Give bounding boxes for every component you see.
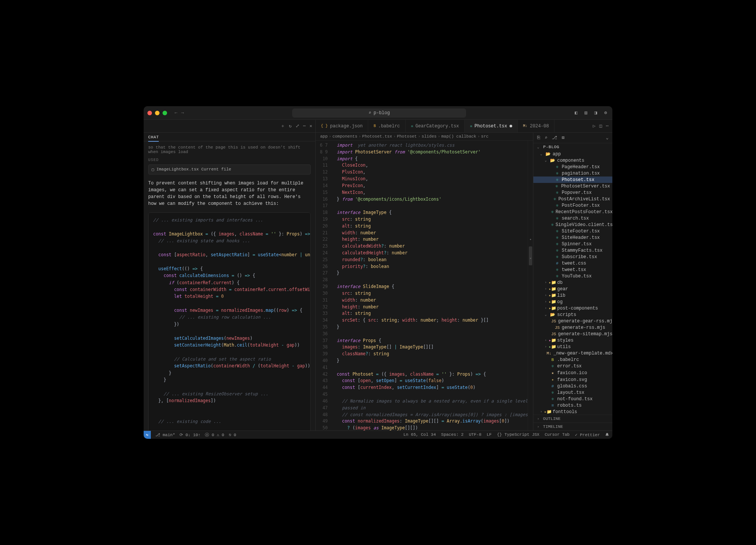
more-icon[interactable]: ⋯ [303,123,306,129]
source-control-icon[interactable]: ⎇ [552,135,557,141]
tree-item-db[interactable]: ›▸📁db [533,279,612,286]
nav-back-icon[interactable]: ← [175,110,177,116]
tab-2024-08[interactable]: M↓2024-08 [518,120,555,132]
tree-item-sitefooter-tsx[interactable]: ⚛SiteFooter.tsx [533,228,612,234]
prettier[interactable]: ✓ Prettier [575,432,600,437]
expand-icon[interactable]: ⤢ [296,123,299,129]
tree-item-error-tsx[interactable]: ⚛error.tsx [533,363,612,369]
tree-item-favicon-ico[interactable]: ★favicon.ico [533,369,612,376]
file-icon: ⚛ [555,242,560,246]
tree-item-postarchivelist-tsx[interactable]: ⚛PostArchiveList.tsx [533,196,612,202]
tab-package-json[interactable]: { }package.json [316,120,368,132]
nav-forward-icon[interactable]: → [181,110,184,116]
bell-icon[interactable]: 🔔︎ [605,432,609,437]
tree-item-search-tsx[interactable]: ⚛search.tsx [533,215,612,221]
tree-item-generate-sitemap-mjs[interactable]: JSgenerate-sitemap.mjs [533,331,612,337]
tree-item-app[interactable]: ⌄📂app [533,151,612,157]
tree-item-styles[interactable]: ›▸📁styles [533,337,612,344]
close-window[interactable] [147,111,152,115]
tree-item-generate-rss-mjs[interactable]: JSgenerate-rss.mjs [533,324,612,331]
new-chat-icon[interactable]: ＋ [280,123,285,129]
eol[interactable]: LF [487,432,492,437]
tree-item-generate-gear-rss-mjs[interactable]: JSgenerate-gear-rss.mjs [533,318,612,324]
minimap[interactable] [528,141,533,430]
tab--babelrc[interactable]: B.babelrc [368,120,406,132]
breadcrumb-segment[interactable]: app [320,134,328,139]
tree-item-stammyfacts-tsx[interactable]: ⚛StammyFacts.tsx [533,247,612,254]
more-editor-icon[interactable]: ⋯ [606,123,609,129]
tree-item-post-components[interactable]: ›▸📁post-components [533,305,612,311]
git-sync[interactable]: ⟳ 0↓ 10↑ [180,432,200,437]
command-center[interactable]: ⌕ p-blog [292,108,466,118]
tree-item-popover-tsx[interactable]: ⚛Popover.tsx [533,189,612,196]
tree-item-components[interactable]: ⌄📂components [533,157,612,164]
tab-photoset-tsx[interactable]: ⚛Photoset.tsx [465,120,517,132]
tree-item--babelrc[interactable]: B.babelrc [533,356,612,363]
encoding[interactable]: UTF-8 [469,432,481,437]
search-icon[interactable]: ⌕ [545,135,547,141]
tree-item-pageheader-tsx[interactable]: ⚛PageHeader.tsx [533,164,612,170]
tab-gearcategory-tsx[interactable]: ⚛GearCategory.tsx [406,120,465,132]
panel-bottom-icon[interactable]: ▤ [583,110,589,116]
breadcrumb-segment[interactable]: Photoset [397,134,417,139]
tree-item-globals-css[interactable]: #globals.css [533,383,612,389]
explorer-root[interactable]: ⌄ P-BLOG [533,143,612,151]
breadcrumb-segment[interactable]: slides [421,134,437,139]
breadcrumb-segment[interactable]: components [332,134,357,139]
tree-item-siteheader-tsx[interactable]: ⚛SiteHeader.tsx [533,234,612,241]
chevron-down-icon[interactable]: ⌄ [606,135,609,141]
tree-item-spinner-tsx[interactable]: ⚛Spinner.tsx [533,241,612,247]
tree-item-utils[interactable]: ›▸📁utils [533,344,612,350]
code-area[interactable]: 6 7 8 9 10 11 12 13 14 15 16 17 18 19 20… [316,141,533,430]
minimize-window[interactable] [155,111,160,115]
tree-item-recentpostsfooter-tsx[interactable]: ⚛RecentPostsFooter.tsx [533,209,612,215]
gear-icon[interactable]: ⚙ [603,110,609,116]
tree-item-gear[interactable]: ›▸📁gear [533,286,612,292]
cursor-tab[interactable]: Cursor Tab [545,432,570,437]
cursor-position[interactable]: Ln 65, Col 34 [403,432,436,437]
tree-item-youtube-tsx[interactable]: ⚛YouTube.tsx [533,273,612,279]
problems[interactable]: ⓧ 0 ⚠ 0 [205,432,224,438]
new-file-icon[interactable]: ⎘ [537,135,540,141]
close-chat-icon[interactable]: ✕ [310,123,312,129]
tree-item-tweet-tsx[interactable]: ⚛tweet.tsx [533,266,612,273]
tree-item-lib[interactable]: ›▸📁lib [533,292,612,299]
run-icon[interactable]: ▷ [593,123,595,129]
tree-item-photosetserver-tsx[interactable]: ⚛PhotosetServer.tsx [533,183,612,189]
tree-item-og[interactable]: ›▸📁og [533,299,612,305]
ports[interactable]: ⎋ 0 [229,432,236,437]
tree-item-photoset-tsx[interactable]: ⚛Photoset.tsx [533,177,612,183]
breadcrumb-segment[interactable]: Photoset.tsx [362,134,392,139]
tree-item-postfooter-tsx[interactable]: ⚛PostFooter.tsx [533,202,612,209]
breadcrumb[interactable]: app›components›Photoset.tsx›Photoset›sli… [316,133,533,141]
maximize-window[interactable] [163,111,167,115]
tree-item-subscribe-tsx[interactable]: ⚛Subscribe.tsx [533,254,612,260]
tree-item-_new-gear-template-mdx[interactable]: M↓_new-gear-template.mdx [533,350,612,356]
tree-item-tweet-css[interactable]: #tweet.css [533,260,612,266]
chat-tab-label[interactable]: CHAT [148,135,159,142]
panel-left-icon[interactable]: ◧ [573,110,579,116]
history-icon[interactable]: ↻ [289,123,291,129]
git-branch[interactable]: ⎇ main* [155,432,175,437]
code-content[interactable]: import yet another react lightbox/styles… [332,141,528,430]
tree-item-not-found-tsx[interactable]: ⚛not-found.tsx [533,396,612,402]
tree-item-pagination-tsx[interactable]: ⚛pagination.tsx [533,170,612,177]
tree-item-layout-tsx[interactable]: ⚛layout.tsx [533,389,612,396]
panel-right-icon[interactable]: ◨ [593,110,599,116]
breadcrumb-segment[interactable]: src [481,134,489,139]
tree-item-singlevideo-client-tsx[interactable]: ⚛SingleVideo.client.tsx [533,221,612,228]
indent[interactable]: Spaces: 2 [441,432,463,437]
outline-section[interactable]: › OUTLINE [533,415,612,423]
remote-indicator[interactable]: ⇋ [144,431,151,439]
split-icon[interactable]: ◫ [600,123,602,129]
timeline-section[interactable]: › TIMELINE [533,423,612,430]
tree-item-fonttools[interactable]: ›▸📁fonttools [533,409,612,415]
tree-item-scripts[interactable]: ⌄📂scripts [533,311,612,318]
extensions-icon[interactable]: ⊞ [562,135,564,141]
language-mode[interactable]: {} TypeScript JSX [497,432,539,437]
twistie-icon: › [545,281,548,285]
tree-item-robots-ts[interactable]: ≡robots.ts [533,402,612,409]
tree-item-favicon-svg[interactable]: ✦favicon.svg [533,376,612,383]
breadcrumb-segment[interactable]: map() callback [442,134,476,139]
used-file-chip[interactable]: ▢ ImageLightbox.tsx Current file [148,164,311,175]
